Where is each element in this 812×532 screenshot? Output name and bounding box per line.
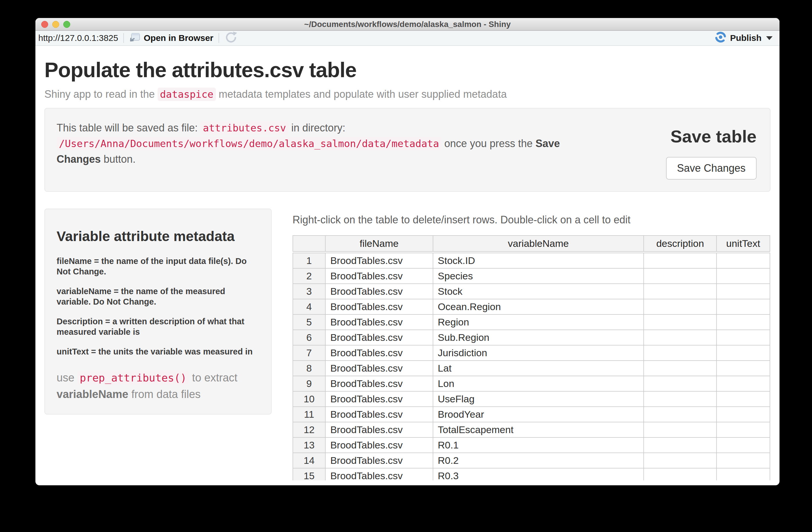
table-row: 10BroodTables.csvUseFlag	[292, 391, 770, 407]
row-number[interactable]: 2	[292, 269, 325, 284]
cell-variableName[interactable]: R0.2	[433, 453, 644, 469]
cell-unitText[interactable]	[717, 315, 770, 330]
table-row: 2BroodTables.csvSpecies	[292, 269, 770, 284]
cell-unitText[interactable]	[717, 284, 770, 299]
cell-variableName[interactable]: UseFlag	[433, 391, 644, 407]
cell-unitText[interactable]	[717, 299, 770, 315]
usage-text: to extract	[189, 372, 237, 384]
cell-variableName[interactable]: R0.3	[433, 469, 644, 481]
row-number[interactable]: 8	[292, 361, 325, 376]
cell-variableName[interactable]: Stock	[433, 284, 644, 299]
cell-fileName[interactable]: BroodTables.csv	[325, 376, 433, 391]
cell-description[interactable]	[644, 345, 716, 361]
cell-fileName[interactable]: BroodTables.csv	[325, 407, 433, 422]
cell-unitText[interactable]	[717, 407, 770, 422]
cell-description[interactable]	[644, 422, 716, 438]
row-number[interactable]: 4	[292, 299, 325, 315]
column-header-description[interactable]: description	[644, 235, 716, 252]
cell-fileName[interactable]: BroodTables.csv	[325, 345, 433, 361]
column-header-variableName[interactable]: variableName	[433, 235, 644, 252]
row-number[interactable]: 6	[292, 330, 325, 345]
window-titlebar[interactable]: ~/Documents/workflows/demo/alaska_salmon…	[35, 18, 780, 31]
row-number[interactable]: 11	[292, 407, 325, 422]
cell-description[interactable]	[644, 438, 716, 453]
cell-variableName[interactable]: Jurisdiction	[433, 345, 644, 361]
cell-unitText[interactable]	[717, 376, 770, 391]
cell-variableName[interactable]: Region	[433, 315, 644, 330]
cell-description[interactable]	[644, 453, 716, 469]
close-window-button[interactable]	[41, 21, 48, 28]
cell-unitText[interactable]	[717, 361, 770, 376]
cell-fileName[interactable]: BroodTables.csv	[325, 253, 433, 269]
open-in-browser-button[interactable]: Open in Browser	[144, 33, 213, 43]
cell-unitText[interactable]	[717, 391, 770, 407]
row-number[interactable]: 9	[292, 376, 325, 391]
cell-variableName[interactable]: Species	[433, 269, 644, 284]
page-subtitle: Shiny app to read in the dataspice metad…	[44, 88, 770, 100]
cell-unitText[interactable]	[717, 453, 770, 469]
row-number[interactable]: 15	[292, 469, 325, 481]
cell-fileName[interactable]: BroodTables.csv	[325, 453, 433, 469]
cell-description[interactable]	[644, 361, 716, 376]
cell-fileName[interactable]: BroodTables.csv	[325, 438, 433, 453]
cell-description[interactable]	[644, 391, 716, 407]
cell-description[interactable]	[644, 469, 716, 481]
cell-description[interactable]	[644, 315, 716, 330]
cell-variableName[interactable]: Stock.ID	[433, 253, 644, 269]
cell-description[interactable]	[644, 253, 716, 269]
table-row: 7BroodTables.csvJurisdiction	[292, 345, 770, 361]
cell-variableName[interactable]: BroodYear	[433, 407, 644, 422]
row-number[interactable]: 3	[292, 284, 325, 299]
row-number[interactable]: 5	[292, 315, 325, 330]
window-title: ~/Documents/workflows/demo/alaska_salmon…	[35, 18, 780, 31]
cell-unitText[interactable]	[717, 253, 770, 269]
cell-unitText[interactable]	[717, 469, 770, 481]
cell-variableName[interactable]: R0.1	[433, 438, 644, 453]
sidebar-panel: Variable attribute metadata fileName = t…	[44, 209, 272, 415]
cell-variableName[interactable]: Lon	[433, 376, 644, 391]
column-header-unitText[interactable]: unitText	[717, 235, 770, 252]
row-number[interactable]: 7	[292, 345, 325, 361]
cell-description[interactable]	[644, 407, 716, 422]
cell-unitText[interactable]	[717, 330, 770, 345]
cell-unitText[interactable]	[717, 345, 770, 361]
cell-fileName[interactable]: BroodTables.csv	[325, 422, 433, 438]
open-in-browser-icon	[129, 31, 141, 45]
cell-unitText[interactable]	[717, 269, 770, 284]
row-number[interactable]: 14	[292, 453, 325, 469]
cell-fileName[interactable]: BroodTables.csv	[325, 284, 433, 299]
usage-note: use prep_attributes() to extract variabl…	[57, 370, 259, 402]
publish-button[interactable]: Publish	[730, 33, 762, 43]
cell-description[interactable]	[644, 299, 716, 315]
table-corner-header[interactable]	[292, 235, 325, 252]
app-content: Populate the attributes.csv table Shiny …	[35, 58, 780, 481]
cell-fileName[interactable]: BroodTables.csv	[325, 330, 433, 345]
cell-description[interactable]	[644, 284, 716, 299]
row-number[interactable]: 13	[292, 438, 325, 453]
dropdown-caret-icon[interactable]	[766, 36, 772, 40]
cell-variableName[interactable]: Lat	[433, 361, 644, 376]
zoom-window-button[interactable]	[63, 21, 70, 28]
cell-description[interactable]	[644, 330, 716, 345]
cell-fileName[interactable]: BroodTables.csv	[325, 391, 433, 407]
row-number[interactable]: 12	[292, 422, 325, 438]
cell-fileName[interactable]: BroodTables.csv	[325, 469, 433, 481]
cell-unitText[interactable]	[717, 422, 770, 438]
cell-variableName[interactable]: Ocean.Region	[433, 299, 644, 315]
refresh-icon[interactable]	[224, 30, 238, 46]
save-changes-button[interactable]: Save Changes	[666, 157, 757, 180]
cell-fileName[interactable]: BroodTables.csv	[325, 361, 433, 376]
cell-variableName[interactable]: Sub.Region	[433, 330, 644, 345]
cell-unitText[interactable]	[717, 438, 770, 453]
dataspice-code: dataspice	[158, 88, 216, 101]
cell-fileName[interactable]: BroodTables.csv	[325, 269, 433, 284]
cell-fileName[interactable]: BroodTables.csv	[325, 315, 433, 330]
row-number[interactable]: 10	[292, 391, 325, 407]
cell-description[interactable]	[644, 376, 716, 391]
cell-variableName[interactable]: TotalEscapement	[433, 422, 644, 438]
cell-description[interactable]	[644, 269, 716, 284]
minimize-window-button[interactable]	[52, 21, 59, 28]
cell-fileName[interactable]: BroodTables.csv	[325, 299, 433, 315]
column-header-fileName[interactable]: fileName	[325, 235, 433, 252]
row-number[interactable]: 1	[292, 253, 325, 269]
